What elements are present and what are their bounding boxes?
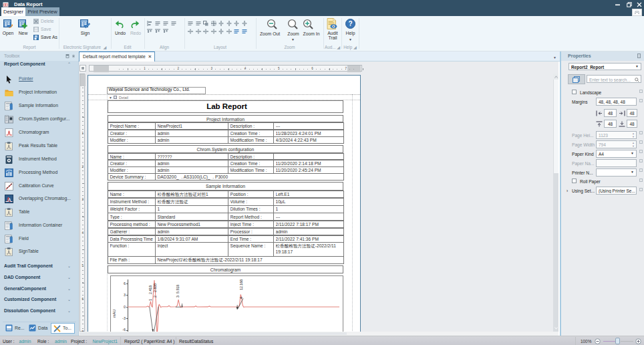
svg-text:?: ? bbox=[348, 20, 352, 27]
